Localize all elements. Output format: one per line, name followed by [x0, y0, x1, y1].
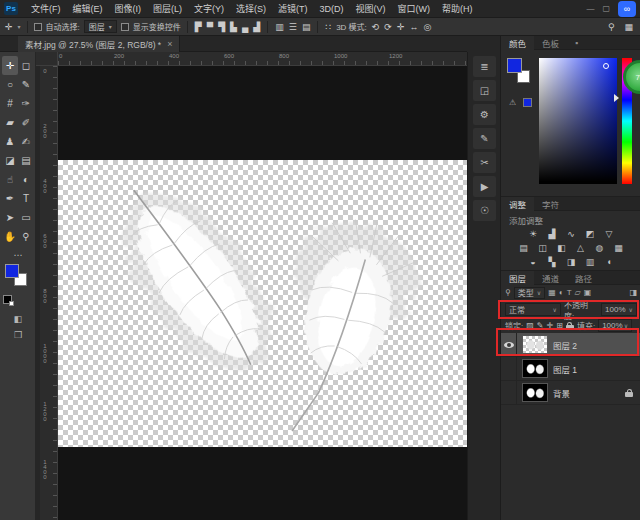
- menu-filter[interactable]: 滤镜(T): [273, 0, 313, 17]
- adjustment-gradient-map-icon[interactable]: ▥: [584, 257, 597, 268]
- clone-source-panel-icon[interactable]: ◲: [473, 80, 496, 101]
- eraser-tool[interactable]: ◪: [2, 151, 18, 170]
- type-tool[interactable]: T: [18, 189, 34, 208]
- layer-thumbnail[interactable]: [522, 335, 548, 354]
- vertical-ruler[interactable]: 0 200 400 600 800 1000 1200 1400: [40, 66, 58, 520]
- clone-stamp-tool[interactable]: ♟: [2, 132, 18, 151]
- filter-adjustment-layers-icon[interactable]: ◐: [559, 288, 564, 297]
- align-h-center-icon[interactable]: ▀: [206, 22, 214, 32]
- document-tab[interactable]: 素材.jpg @ 27.5% (图层 2, RGB/8) * ×: [18, 36, 180, 52]
- align-left-icon[interactable]: ▛: [194, 22, 203, 32]
- align-distribute-grid-icon[interactable]: ∷: [324, 22, 332, 32]
- layer-thumbnail[interactable]: [522, 383, 548, 402]
- adjustment-color-balance-icon[interactable]: ◫: [536, 243, 549, 254]
- adjustment-channel-mixer-icon[interactable]: ◍: [593, 243, 606, 254]
- opacity-dropdown[interactable]: 100% ∨: [601, 303, 637, 316]
- distribute-h-icon[interactable]: ☰: [288, 22, 298, 32]
- smudge-tool[interactable]: ☝: [2, 170, 18, 189]
- maximize-button[interactable]: ▢: [602, 4, 610, 13]
- menu-window[interactable]: 窗口(W): [393, 0, 436, 17]
- dodge-tool[interactable]: ◐: [18, 170, 34, 189]
- layer-name[interactable]: 图层 2: [553, 339, 577, 351]
- brush-settings-panel-icon[interactable]: ≣: [473, 56, 496, 77]
- filter-toggle-icon[interactable]: ◨: [629, 288, 637, 297]
- align-v-center-icon[interactable]: ▄: [241, 22, 249, 32]
- marquee-tool[interactable]: ◻: [18, 56, 34, 75]
- adjustment-hue-saturation-icon[interactable]: ▤: [517, 243, 530, 254]
- tab-layers[interactable]: 图层: [501, 271, 534, 285]
- filter-pixel-layers-icon[interactable]: ▦: [548, 288, 556, 297]
- adjustment-invert-icon[interactable]: ◒: [527, 257, 540, 268]
- pen-tool[interactable]: ✒: [2, 189, 18, 208]
- auto-select-checkbox[interactable]: [34, 23, 42, 31]
- menu-3d[interactable]: 3D(D): [315, 2, 349, 16]
- layer-name[interactable]: 背景: [553, 387, 570, 399]
- history-brush-tool[interactable]: ✍: [18, 132, 34, 151]
- brush-tool[interactable]: ✐: [18, 113, 34, 132]
- tools-extra-panel-icon[interactable]: ✂: [473, 152, 496, 173]
- tool-preset-caret-icon[interactable]: ▾: [18, 23, 21, 30]
- foreground-color-chip[interactable]: [5, 264, 19, 278]
- menu-help[interactable]: 帮助(H): [437, 0, 478, 17]
- search-icon[interactable]: ⚲: [607, 22, 616, 32]
- filter-shape-layers-icon[interactable]: ▱: [575, 288, 581, 297]
- layer-row-background[interactable]: 背景: [501, 381, 640, 405]
- visibility-toggle[interactable]: [501, 381, 517, 405]
- eyedropper-tool[interactable]: ✑: [18, 94, 34, 113]
- adjustment-color-lookup-icon[interactable]: ▦: [612, 243, 625, 254]
- foreground-background-colors[interactable]: [5, 264, 31, 290]
- minimize-button[interactable]: —: [586, 4, 594, 13]
- adjustment-curves-icon[interactable]: ∿: [565, 229, 578, 240]
- quick-mask-icon[interactable]: ◧: [0, 314, 36, 324]
- transparent-layer-region[interactable]: [58, 160, 467, 447]
- menu-view[interactable]: 视图(V): [351, 0, 391, 17]
- shape-tool[interactable]: ▭: [18, 208, 34, 227]
- canvas-area[interactable]: [58, 66, 467, 520]
- learn-panel-icon[interactable]: ☉: [473, 200, 496, 221]
- actions-panel-icon[interactable]: ▶: [473, 176, 496, 197]
- adjustment-levels-icon[interactable]: ▟: [546, 229, 559, 240]
- menu-select[interactable]: 选择(S): [231, 0, 271, 17]
- saturation-brightness-field[interactable]: [539, 58, 617, 184]
- lasso-tool[interactable]: ○: [2, 75, 18, 94]
- adjustment-photo-filter-icon[interactable]: △: [574, 243, 587, 254]
- lock-position-icon[interactable]: ✛: [547, 321, 554, 330]
- horizontal-ruler[interactable]: 0 200 400 600 800 1000 1200: [58, 52, 467, 66]
- gamut-warning-icon[interactable]: ⚠: [509, 98, 516, 107]
- zoom-tool[interactable]: ⚲: [18, 227, 34, 246]
- hue-slider-marker[interactable]: [614, 94, 619, 102]
- layer-thumbnail[interactable]: [522, 359, 548, 378]
- adjustment-threshold-icon[interactable]: ◨: [565, 257, 578, 268]
- align-top-icon[interactable]: ▙: [229, 22, 238, 32]
- visibility-toggle[interactable]: [501, 333, 517, 357]
- tab-swatches[interactable]: 色板: [534, 36, 567, 50]
- panel-color-chips[interactable]: [507, 58, 533, 84]
- menu-file[interactable]: 文件(F): [26, 0, 66, 17]
- 3d-slide-icon[interactable]: ↔: [408, 22, 419, 32]
- crop-tool[interactable]: #: [2, 94, 18, 113]
- lock-pixels-icon[interactable]: ✎: [537, 321, 544, 330]
- filter-type-layers-icon[interactable]: T: [567, 288, 572, 297]
- tab-color[interactable]: 颜色: [501, 36, 534, 50]
- corner-app-badge[interactable]: ∞: [618, 1, 636, 17]
- properties-panel-icon[interactable]: ⚙: [473, 104, 496, 125]
- layer-row-layer1[interactable]: 图层 1: [501, 357, 640, 381]
- adjustment-exposure-icon[interactable]: ◩: [584, 229, 597, 240]
- edit-toolbar-icon[interactable]: ⋯: [0, 250, 36, 260]
- blend-mode-dropdown[interactable]: 正常 ∨: [505, 303, 561, 316]
- tab-paths[interactable]: 路径: [567, 271, 600, 285]
- default-colors-icon[interactable]: [3, 295, 12, 304]
- filter-smart-objects-icon[interactable]: ▣: [584, 288, 592, 297]
- show-transform-checkbox[interactable]: [121, 23, 129, 31]
- 3d-scale-icon[interactable]: ◎: [422, 22, 432, 32]
- align-bottom-icon[interactable]: ▟: [252, 22, 261, 32]
- healing-brush-tool[interactable]: ▰: [2, 113, 18, 132]
- adjustment-brightness-contrast-icon[interactable]: ☀: [527, 229, 540, 240]
- panel-foreground-chip[interactable]: [507, 58, 522, 73]
- tab-extra-icon[interactable]: ▪: [567, 36, 586, 50]
- path-select-tool[interactable]: ➤: [2, 208, 18, 227]
- align-right-icon[interactable]: ▜: [217, 22, 226, 32]
- tab-channels[interactable]: 通道: [534, 271, 567, 285]
- menu-image[interactable]: 图像(I): [110, 0, 147, 17]
- adjustment-posterize-icon[interactable]: ▚: [546, 257, 559, 268]
